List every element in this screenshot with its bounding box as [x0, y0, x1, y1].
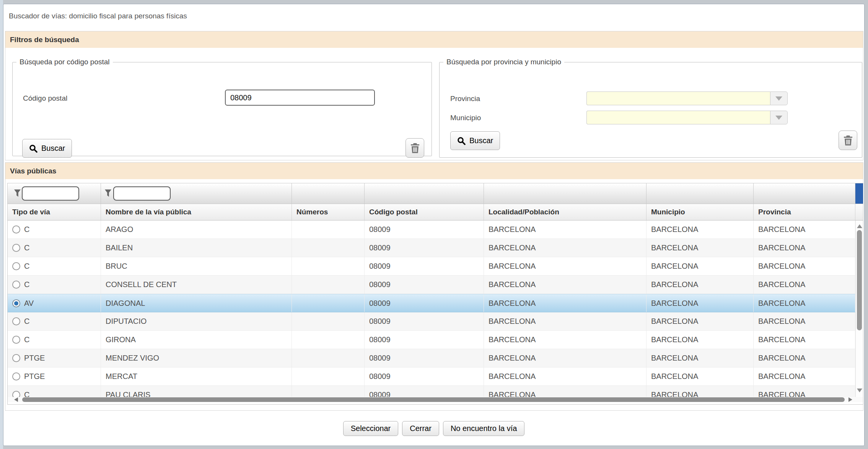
cell-provincia: BARCELONA: [754, 312, 855, 330]
cell-municipio: BARCELONA: [647, 276, 754, 294]
scroll-left-icon[interactable]: [14, 397, 18, 402]
province-combobox: [586, 91, 788, 105]
table-row[interactable]: PTGE MENDEZ VIGO 08009 BARCELONA BARCELO…: [8, 349, 855, 367]
table-row[interactable]: C PAU CLARIS 08009 BARCELONA BARCELONA B…: [8, 386, 855, 397]
localidad-value: BARCELONA: [489, 390, 536, 397]
column-header[interactable]: Tipo de vía: [8, 204, 101, 220]
scroll-up-icon[interactable]: [857, 224, 862, 228]
row-radio[interactable]: [12, 299, 20, 307]
cp-value: 08009: [369, 372, 391, 381]
cell-provincia: BARCELONA: [754, 294, 855, 312]
table-row[interactable]: PTGE MERCAT 08009 BARCELONA BARCELONA BA…: [8, 367, 855, 386]
cell-nombre: DIAGONAL: [101, 294, 292, 312]
column-header[interactable]: Números: [292, 204, 365, 220]
provincia-value: BARCELONA: [758, 390, 805, 397]
cell-municipio: BARCELONA: [647, 239, 754, 257]
tipo-filter-input[interactable]: [22, 186, 79, 201]
municipality-combo-input[interactable]: [586, 111, 770, 124]
cell-municipio: BARCELONA: [647, 220, 754, 238]
cell-provincia: BARCELONA: [754, 386, 855, 397]
column-header[interactable]: Municipio: [647, 204, 754, 220]
nombre-value: MERCAT: [106, 372, 137, 381]
cell-localidad: BARCELONA: [484, 276, 647, 294]
scroll-down-icon[interactable]: [857, 389, 862, 392]
cell-provincia: BARCELONA: [754, 276, 855, 294]
cell-nombre: BAILEN: [101, 239, 292, 257]
column-header[interactable]: Provincia: [754, 204, 855, 220]
row-radio[interactable]: [12, 317, 20, 325]
select-button[interactable]: Seleccionar: [343, 421, 399, 436]
table-row[interactable]: C BRUC 08009 BARCELONA BARCELONA BARCELO…: [8, 257, 855, 276]
dialog-title: Buscador de vías: domicilio fiscal para …: [9, 12, 187, 20]
cell-numeros: [292, 294, 365, 312]
postal-code-input[interactable]: [225, 90, 375, 106]
province-search-button[interactable]: Buscar: [450, 131, 500, 150]
municipio-value: BARCELONA: [651, 262, 698, 271]
table-row[interactable]: C GIRONA 08009 BARCELONA BARCELONA BARCE…: [8, 331, 855, 349]
municipio-value: BARCELONA: [651, 280, 698, 289]
table-header-row: Tipo de víaNombre de la vía públicaNúmer…: [8, 204, 863, 220]
cell-localidad: BARCELONA: [484, 294, 647, 312]
header-scrollbar-filler: [855, 204, 863, 220]
cell-cp: 08009: [365, 276, 484, 294]
vertical-scrollbar-thumb[interactable]: [857, 230, 862, 330]
close-button[interactable]: Cerrar: [402, 421, 439, 436]
row-radio[interactable]: [12, 225, 20, 233]
filter-funnel-icon: [14, 189, 21, 197]
cell-numeros: [292, 276, 365, 294]
table-row[interactable]: C ARAGO 08009 BARCELONA BARCELONA BARCEL…: [8, 220, 855, 239]
cell-cp: 08009: [365, 349, 484, 367]
province-clear-button[interactable]: [839, 131, 857, 150]
horizontal-scrollbar[interactable]: [8, 397, 863, 402]
localidad-value: BARCELONA: [489, 299, 536, 308]
filters-section-header: Filtros de búsqueda: [5, 31, 863, 48]
province-combo-input[interactable]: [586, 91, 770, 105]
row-radio[interactable]: [12, 391, 20, 397]
province-combo-button[interactable]: [770, 91, 788, 105]
cell-localidad: BARCELONA: [484, 349, 647, 367]
row-radio[interactable]: [12, 336, 20, 344]
cell-cp: 08009: [365, 239, 484, 257]
municipio-value: BARCELONA: [651, 372, 698, 381]
nombre-value: PAU CLARIS: [106, 390, 150, 397]
table-row[interactable]: C DIPUTACIO 08009 BARCELONA BARCELONA BA…: [8, 312, 855, 331]
row-radio[interactable]: [12, 354, 20, 362]
cell-cp: 08009: [365, 386, 484, 397]
nombre-filter-input[interactable]: [113, 186, 171, 201]
column-header[interactable]: Nombre de la vía pública: [101, 204, 292, 220]
row-radio[interactable]: [12, 262, 20, 270]
provincia-value: BARCELONA: [758, 335, 805, 344]
row-radio[interactable]: [12, 372, 20, 380]
nombre-value: MENDEZ VIGO: [106, 354, 159, 362]
scroll-right-icon[interactable]: [848, 397, 852, 402]
cell-numeros: [292, 257, 365, 275]
cell-provincia: BARCELONA: [754, 367, 855, 385]
postal-search-legend: Búsqueda por código postal: [16, 58, 113, 66]
table-row[interactable]: AV DIAGONAL 08009 BARCELONA BARCELONA BA…: [8, 294, 855, 312]
municipality-combo-button[interactable]: [770, 111, 788, 124]
nombre-value: GIRONA: [106, 335, 136, 344]
cell-cp: 08009: [365, 312, 484, 330]
column-header[interactable]: Código postal: [365, 204, 484, 220]
row-radio[interactable]: [12, 244, 20, 252]
table-row[interactable]: C BAILEN 08009 BARCELONA BARCELONA BARCE…: [8, 239, 855, 257]
cell-municipio: BARCELONA: [647, 386, 754, 397]
column-header[interactable]: Localidad/Población: [484, 204, 647, 220]
page-background-edge: [0, 0, 3, 449]
tipo-value: C: [24, 262, 29, 271]
street-not-found-button[interactable]: No encuentro la vía: [443, 421, 524, 436]
horizontal-scrollbar-thumb[interactable]: [22, 397, 845, 402]
tipo-value: C: [24, 280, 29, 289]
tipo-value: PTGE: [24, 354, 45, 362]
postal-search-button[interactable]: Buscar: [22, 139, 72, 158]
vertical-scrollbar[interactable]: [855, 220, 863, 397]
dialog-actions: Seleccionar Cerrar No encuentro la vía: [3, 421, 864, 436]
table-row[interactable]: C CONSELL DE CENT 08009 BARCELONA BARCEL…: [8, 276, 855, 294]
localidad-value: BARCELONA: [489, 354, 536, 362]
postal-clear-button[interactable]: [406, 138, 424, 158]
cp-value: 08009: [369, 243, 391, 252]
row-radio[interactable]: [12, 281, 20, 289]
street-finder-dialog: Buscador de vías: domicilio fiscal para …: [3, 4, 865, 446]
tipo-value: AV: [24, 299, 34, 308]
tipo-value: C: [24, 243, 29, 252]
